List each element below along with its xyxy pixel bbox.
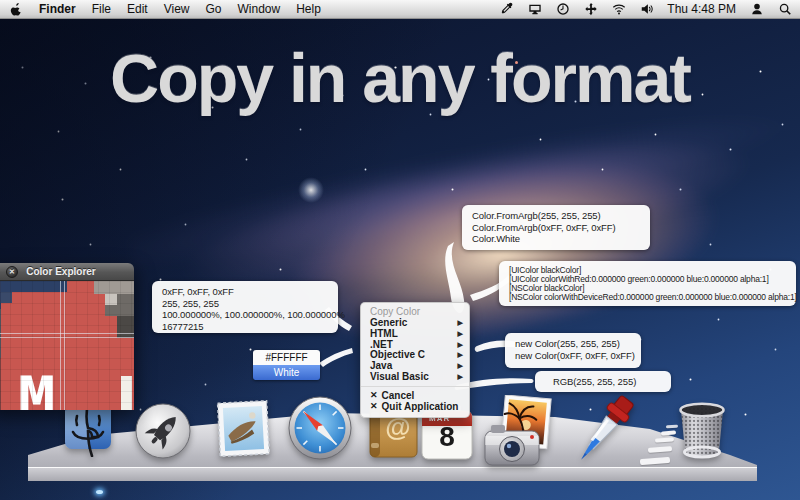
dock-icon-color-explorer-eyedropper[interactable] bbox=[565, 389, 639, 481]
menu-bar-clock[interactable]: Thu 4:48 PM bbox=[667, 2, 736, 16]
menu-item-go[interactable]: Go bbox=[206, 0, 222, 18]
callout-line: 255, 255, 255 bbox=[162, 298, 328, 310]
callout-dotnet-formats: Color.FromArgb(255, 255, 255) Color.From… bbox=[462, 205, 650, 250]
submenu-arrow-icon: ▶ bbox=[458, 340, 463, 351]
x-icon: ✕ bbox=[370, 401, 378, 413]
callout-line: 16777215 bbox=[162, 321, 328, 333]
menu-bar: Finder File Edit View Go Window Help bbox=[0, 0, 800, 19]
menu-item-view[interactable]: View bbox=[164, 0, 190, 18]
spotlight-icon[interactable] bbox=[777, 2, 792, 17]
dock-icon-iphoto[interactable] bbox=[483, 395, 563, 473]
callout-line: new Color(0xFF, 0xFF, 0xFF) bbox=[515, 350, 631, 362]
screen: Finder File Edit View Go Window Help bbox=[0, 0, 800, 500]
menu-item-finder[interactable]: Finder bbox=[39, 0, 76, 18]
running-app-indicator bbox=[96, 490, 103, 494]
crosshair-horizontal bbox=[0, 333, 134, 338]
menu-separator bbox=[361, 386, 469, 387]
callout-line: RGB(255, 255, 255) bbox=[553, 376, 661, 388]
menu-item-visual-basic[interactable]: Visual Basic ▶ bbox=[361, 372, 469, 383]
window-title: Color Explorer bbox=[26, 266, 95, 277]
x-icon: ✕ bbox=[370, 390, 378, 402]
headline-text: Copy in any format bbox=[0, 39, 800, 117]
callout-line: new Color(255, 255, 255) bbox=[515, 338, 631, 350]
callout-objective-c-formats: [UIColor blackColor] [UIColor colorWithR… bbox=[499, 261, 796, 306]
submenu-arrow-icon: ▶ bbox=[458, 329, 463, 340]
callout-line: Color.White bbox=[472, 233, 640, 245]
callout-line: Color.FromArgb(255, 255, 255) bbox=[472, 210, 640, 222]
menu-item-help[interactable]: Help bbox=[296, 0, 321, 18]
color-swatch-tooltip: #FFFFFF White bbox=[253, 350, 320, 380]
dock-front-edge bbox=[28, 467, 757, 481]
calendar-day: 8 bbox=[419, 421, 475, 453]
pixel-grid bbox=[0, 281, 134, 410]
menu-item-window[interactable]: Window bbox=[238, 0, 281, 18]
wifi-status-icon[interactable] bbox=[611, 2, 626, 17]
displays-status-icon[interactable] bbox=[527, 2, 542, 17]
magnifier-view[interactable]: M bbox=[0, 281, 134, 410]
callout-generic-formats: 0xFF, 0xFF, 0xFF 255, 255, 255 100.00000… bbox=[152, 281, 338, 333]
move-status-icon[interactable] bbox=[583, 2, 598, 17]
eyedropper-status-icon[interactable] bbox=[499, 2, 514, 17]
dock-icon-launchpad[interactable] bbox=[134, 402, 192, 464]
user-status-icon[interactable] bbox=[749, 2, 764, 17]
swatch-color-name: White bbox=[253, 365, 320, 380]
submenu-arrow-icon: ▶ bbox=[458, 350, 463, 361]
submenu-arrow-icon: ▶ bbox=[458, 372, 463, 383]
menu-item-file[interactable]: File bbox=[92, 0, 111, 18]
window-title-bar[interactable]: ✕ Color Explorer bbox=[0, 263, 134, 281]
menu-item-quit-application[interactable]: ✕ Quit Application bbox=[361, 401, 469, 413]
volume-status-icon[interactable] bbox=[639, 2, 654, 17]
menu-item-cancel[interactable]: ✕ Cancel bbox=[361, 390, 469, 402]
dock-icon-finder[interactable] bbox=[64, 401, 112, 461]
callout-line: [NSColor colorWithDeviceRed:0.000000 gre… bbox=[509, 293, 786, 302]
callout-java-formats: new Color(255, 255, 255) new Color(0xFF,… bbox=[505, 333, 641, 368]
crosshair-vertical bbox=[60, 281, 65, 410]
menu-item-edit[interactable]: Edit bbox=[127, 0, 148, 18]
dock-icon-trash[interactable] bbox=[672, 399, 732, 467]
clock-status-icon[interactable] bbox=[555, 2, 570, 17]
menu-item-html[interactable]: HTML ▶ bbox=[361, 329, 469, 340]
submenu-arrow-icon: ▶ bbox=[458, 318, 463, 329]
callout-line: 100.000000%, 100.000000%, 100.000000% bbox=[162, 309, 328, 321]
close-button[interactable]: ✕ bbox=[6, 266, 18, 278]
dock-icon-mail[interactable] bbox=[216, 399, 272, 463]
callout-line: 0xFF, 0xFF, 0xFF bbox=[162, 286, 328, 298]
dock-icon-safari[interactable] bbox=[287, 395, 353, 465]
apple-menu-icon[interactable] bbox=[8, 2, 23, 17]
dock: @ MAR 8 bbox=[0, 411, 800, 481]
swatch-hex-value: #FFFFFF bbox=[253, 350, 320, 365]
copy-color-context-menu: Copy Color Generic ▶ HTML ▶ .NET ▶ Objec… bbox=[360, 302, 470, 418]
callout-line: Color.FromArgb(0xFF, 0xFF, 0xFF) bbox=[472, 222, 640, 234]
submenu-arrow-icon: ▶ bbox=[458, 361, 463, 372]
color-explorer-window: ✕ Color Explorer M bbox=[0, 263, 134, 410]
